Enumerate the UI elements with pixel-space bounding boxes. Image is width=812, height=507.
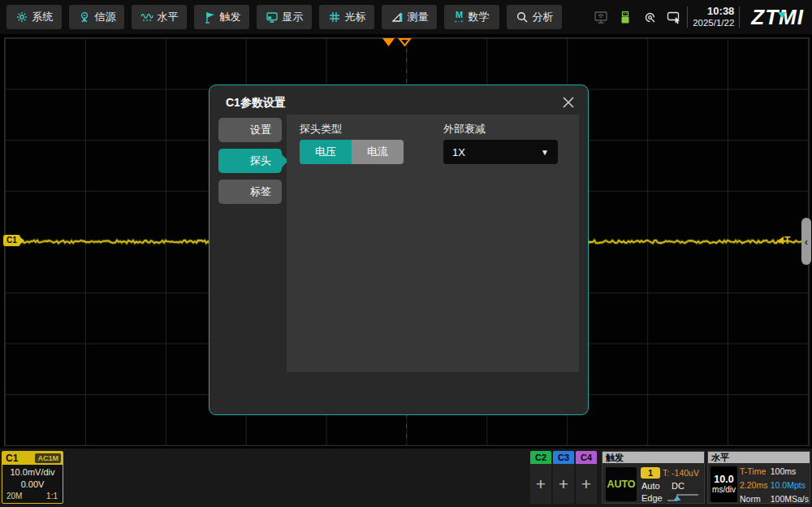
channel1-probe-ratio: 1:1 [46,492,58,500]
source-icon [78,11,91,24]
menu-display-button[interactable]: 显示 [257,5,312,29]
status-icon-group [593,10,682,24]
menu-label: 触发 [220,10,241,24]
gear-icon [15,11,28,24]
channel2-header: C2 [530,451,551,464]
brand-logo: ZTMI [751,5,804,30]
dialog-content-panel: 探头类型 电压 电流 外部衰减 1X ▼ [287,115,579,372]
trigger-level-arrow-icon [778,236,784,245]
horizontal-readouts: T-Time 100ms 2.20ms 10.0Mpts Norm 100MSa… [740,466,809,504]
menu-system-button[interactable]: 系统 [6,5,62,29]
time-text: 10:38 [693,6,734,18]
trigger-sweep: Auto [641,481,660,491]
timebase-value: 10.0 [714,474,733,485]
timebase-unit: ms/div [712,485,736,495]
trigger-panel-title: 触发 [603,452,704,463]
memory-depth: 10.0Mpts [771,480,809,490]
analyze-icon [516,11,529,24]
menu-label: 水平 [158,10,179,24]
plus-icon: + [576,464,597,504]
horizontal-panel-title: 水平 [708,452,810,463]
timebase-box: 10.0 ms/div [710,466,737,502]
channel1-bandwidth: 20M [6,492,22,500]
plus-icon: + [553,464,574,504]
probe-type-label: 探头类型 [300,122,342,136]
channel4-header: C4 [576,451,597,464]
channel3-add-button[interactable]: C3 + [553,451,574,504]
oscilloscope-screen: 系统 信源 水平 触发 [0,0,812,507]
tab-probe[interactable]: 探头 [218,149,282,173]
acquire-mode: Norm [740,494,767,504]
probe-voltage-option[interactable]: 电压 [300,140,352,164]
dialog-title: C1参数设置 [226,96,286,110]
t-time-label: T-Time [740,466,767,476]
network-display-icon [593,10,609,24]
channel2-add-button[interactable]: C2 + [530,451,551,504]
channel1-coupling-badge: AC1M [35,453,61,463]
menu-label: 光标 [345,10,366,24]
probe-type-toggle: 电压 电流 [300,140,404,164]
trigger-coupling: DC [672,481,685,491]
top-toolbar: 系统 信源 水平 触发 [0,0,812,34]
channel1-scale: 10.0mV/div [2,467,63,477]
toolbar-divider [739,6,740,28]
menu-horizontal-button[interactable]: 水平 [132,5,187,29]
menu-label: 测量 [408,10,429,24]
attenuation-value: 1X [452,146,465,158]
menu-label: 数学 [469,10,490,24]
horizontal-status-panel[interactable]: 水平 10.0 ms/div T-Time 100ms 2.20ms 10.0M… [707,451,810,504]
trigger-type: Edge [641,493,663,503]
trigger-level-marker[interactable]: T [778,235,790,246]
dialog-tab-list: 设置 探头 标签 [218,118,282,204]
close-icon[interactable] [559,93,578,112]
menu-analyze-button[interactable]: 分析 [507,5,562,29]
sample-rate: 100MSa/s [771,494,809,504]
measure-icon [391,11,404,24]
menu-measure-button[interactable]: 测量 [382,5,437,29]
clock: 10:38 2025/1/22 [693,6,734,28]
date-text: 2025/1/22 [693,18,734,28]
tab-settings[interactable]: 设置 [218,118,282,142]
plus-icon: + [530,464,551,504]
menu-label: 显示 [283,10,304,24]
trigger-status-panel[interactable]: 触发 AUTO 1 Auto Edge T: -140uV DC [602,451,705,504]
display-icon [266,11,279,24]
trigger-delay-marker-icon[interactable] [398,36,412,50]
channel3-header: C3 [553,451,574,464]
cursor-grid-icon [328,11,341,24]
attenuation-dropdown[interactable]: 1X ▼ [443,140,558,164]
edge-slope-icon [666,492,700,503]
math-icon: M +-× [454,11,464,24]
toolbar-divider [687,6,688,28]
touch-icon[interactable] [641,10,658,24]
trigger-source-badge: 1 [641,467,660,479]
channel4-add-button[interactable]: C4 + [576,451,597,504]
t-time-value: 100ms [771,466,809,476]
logo-triangle-icon [778,12,786,18]
trigger-mode-box: AUTO [606,467,637,501]
usb-icon [617,10,633,24]
channel1-status-box[interactable]: C1 AC1M 10.0mV/div 0.00V 20M 1:1 [2,451,63,504]
menu-trigger-button[interactable]: 触发 [194,5,249,29]
channel1-trace-tag[interactable]: C1 [3,235,20,246]
trigger-position-marker-icon[interactable] [382,36,395,50]
delay-value: 2.20ms [740,480,767,490]
tab-label[interactable]: 标签 [218,180,282,204]
gesture-icon[interactable] [666,10,682,24]
menu-label: 系统 [32,10,54,24]
channel1-header: C1 AC1M [2,452,63,465]
channel1-offset: 0.00V [2,479,63,489]
menu-cursor-button[interactable]: 光标 [319,5,374,29]
external-attenuation-label: 外部衰减 [443,122,486,136]
menu-math-button[interactable]: M +-× 数学 [444,5,499,29]
c1-settings-dialog: C1参数设置 设置 探头 标签 探头类型 电压 电流 外部衰减 1X ▼ [209,84,589,415]
horizontal-wave-icon [140,11,153,24]
menu-label: 分析 [533,10,554,24]
side-panel-handle[interactable]: ‹ [801,218,811,265]
bottom-status-bar: C1 AC1M 10.0mV/div 0.00V 20M 1:1 C2 + C3… [0,448,812,507]
chevron-down-icon: ▼ [541,148,549,157]
menu-source-button[interactable]: 信源 [69,5,124,29]
probe-current-option[interactable]: 电流 [352,140,404,164]
trigger-level-value: T: -140uV [663,468,699,478]
channel1-name: C1 [6,453,18,464]
